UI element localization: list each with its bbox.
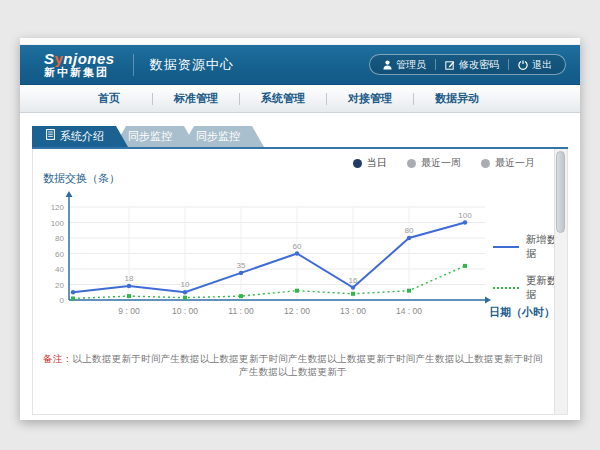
svg-text:20: 20 <box>55 281 64 290</box>
svg-text:10: 10 <box>181 280 190 289</box>
nav-item-2[interactable]: 标准管理 <box>153 85 239 112</box>
user-icon <box>383 60 392 70</box>
svg-text:12 : 00: 12 : 00 <box>284 306 310 316</box>
user-button-label: 管理员 <box>396 58 426 72</box>
svg-text:18: 18 <box>125 274 134 283</box>
radio-dot <box>481 159 490 168</box>
header-divider <box>133 54 134 76</box>
footnote: 备注：以上数据更新于时间产生数据以上数据更新于时间产生数据以上数据更新于时间产生… <box>43 353 543 379</box>
svg-text:80: 80 <box>55 234 64 243</box>
tab-label: 系统介绍 <box>60 126 104 147</box>
svg-text:60: 60 <box>55 250 64 259</box>
page-title: 数据资源中心 <box>150 56 234 74</box>
legend-line-sample <box>493 246 519 248</box>
line-chart: 0204060801001209 : 0010 : 0011 : 0012 : … <box>33 185 508 327</box>
footnote-body: 以上数据更新于时间产生数据以上数据更新于时间产生数据以上数据更新于时间产生数据以… <box>73 353 543 377</box>
logo-subtitle: 新中新集团 <box>44 67 115 79</box>
svg-text:35: 35 <box>237 261 246 270</box>
user-button[interactable]: 管理员 <box>374 58 435 72</box>
svg-text:10 : 00: 10 : 00 <box>172 306 198 316</box>
filter-radio-3[interactable]: 最近一月 <box>481 156 535 170</box>
tab-2[interactable]: 同步监控 <box>114 126 196 147</box>
content-area: 系统介绍同步监控同步监控 当日最近一周最近一月 数据交换（条） 02040608… <box>20 126 580 415</box>
y-axis-title: 数据交换（条） <box>43 171 120 186</box>
scrollbar[interactable] <box>554 149 567 414</box>
svg-text:40: 40 <box>55 265 64 274</box>
content-panel: 当日最近一周最近一月 数据交换（条） 0204060801001209 : 00… <box>32 149 568 415</box>
filter-label: 最近一周 <box>421 156 461 170</box>
document-icon <box>46 126 55 147</box>
svg-text:60: 60 <box>293 242 302 251</box>
change-password-button[interactable]: 修改密码 <box>436 58 508 72</box>
nav-item-5[interactable]: 数据异动 <box>414 85 500 112</box>
footnote-prefix: 备注： <box>43 353 72 364</box>
tab-label: 同步监控 <box>196 130 240 142</box>
change-password-label: 修改密码 <box>459 58 499 72</box>
svg-text:13 : 00: 13 : 00 <box>340 306 366 316</box>
scrollbar-thumb[interactable] <box>556 151 565 233</box>
svg-text:120: 120 <box>51 203 65 212</box>
app-window: Synjones 新中新集团 数据资源中心 管理员 修改密码 <box>20 38 580 420</box>
tab-bar: 系统介绍同步监控同步监控 <box>32 126 568 147</box>
radio-dot <box>407 159 416 168</box>
time-range-filters: 当日最近一周最近一月 <box>353 156 535 170</box>
filter-radio-2[interactable]: 最近一周 <box>407 156 461 170</box>
nav-item-1[interactable]: 首页 <box>66 85 152 112</box>
main-nav: 首页标准管理系统管理对接管理数据异动 <box>20 85 580 113</box>
svg-text:11 : 00: 11 : 00 <box>228 306 254 316</box>
company-logo: Synjones 新中新集团 <box>44 51 115 78</box>
filter-radio-1[interactable]: 当日 <box>353 156 387 170</box>
svg-text:14 : 00: 14 : 00 <box>396 306 422 316</box>
app-header: Synjones 新中新集团 数据资源中心 管理员 修改密码 <box>20 45 580 85</box>
svg-text:16: 16 <box>349 276 358 285</box>
logout-button[interactable]: 退出 <box>509 58 561 72</box>
logo-text: Synjones <box>44 51 115 67</box>
header-actions: 管理员 修改密码 退出 <box>369 54 566 75</box>
window-top-strip <box>20 38 580 45</box>
radio-dot <box>353 159 362 168</box>
svg-text:100: 100 <box>458 211 472 220</box>
logout-button-label: 退出 <box>532 58 552 72</box>
tab-3[interactable]: 同步监控 <box>182 126 264 147</box>
tab-label: 同步监控 <box>128 130 172 142</box>
svg-text:100: 100 <box>51 219 65 228</box>
tab-1[interactable]: 系统介绍 <box>32 126 128 147</box>
svg-text:0: 0 <box>60 296 65 305</box>
filter-label: 最近一月 <box>495 156 535 170</box>
svg-text:9 : 00: 9 : 00 <box>118 306 140 316</box>
legend-line-sample <box>493 287 519 289</box>
svg-text:80: 80 <box>405 226 414 235</box>
desktop-background: Synjones 新中新集团 数据资源中心 管理员 修改密码 <box>0 0 600 450</box>
power-icon <box>518 60 528 70</box>
edit-icon <box>445 60 455 70</box>
filter-label: 当日 <box>367 156 387 170</box>
nav-item-3[interactable]: 系统管理 <box>240 85 326 112</box>
nav-item-4[interactable]: 对接管理 <box>327 85 413 112</box>
